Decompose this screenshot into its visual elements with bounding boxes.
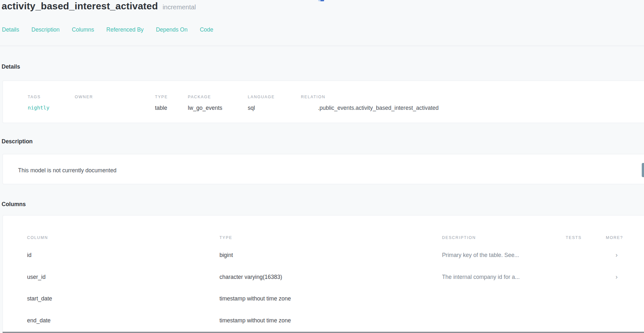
- cropped-right-edge-button[interactable]: [642, 163, 644, 177]
- nav-tab-depends-on[interactable]: Depends On: [156, 26, 187, 33]
- columns-section-heading: Columns: [2, 201, 26, 208]
- chevron-right-icon[interactable]: ›: [616, 252, 618, 258]
- tag-link[interactable]: nightly: [28, 105, 75, 111]
- field-owner: Owner: [75, 95, 155, 123]
- nav-tab-code[interactable]: Code: [200, 26, 213, 33]
- columns-card: Column Type Description Tests More? id b…: [3, 215, 644, 333]
- field-relation: Relation .public_events.activity_based_i…: [301, 95, 644, 123]
- details-section-heading: Details: [2, 63, 20, 70]
- field-language-label: Language: [248, 95, 301, 99]
- field-package: Package lw_go_events: [188, 95, 248, 123]
- field-owner-label: Owner: [75, 95, 155, 99]
- header-divider: [0, 46, 644, 46]
- cell-column-type: bigint: [219, 252, 442, 259]
- field-language: Language sql: [248, 95, 301, 123]
- model-title: activity_based_interest_activated: [2, 1, 158, 11]
- field-type-label: Type: [155, 95, 188, 99]
- cell-column-type: character varying(16383): [219, 274, 442, 281]
- chevron-right-icon[interactable]: ›: [616, 273, 618, 280]
- header-type: Type: [219, 235, 442, 240]
- columns-table-header: Column Type Description Tests More?: [3, 235, 641, 240]
- cell-column-name: id: [27, 252, 219, 259]
- nav-tab-columns[interactable]: Columns: [72, 26, 94, 33]
- field-tags: Tags nightly: [28, 95, 75, 123]
- field-relation-label: Relation: [301, 95, 644, 99]
- cell-column-type: timestamp without time zone: [219, 295, 442, 302]
- materialization-label: incremental: [163, 4, 196, 11]
- table-row[interactable]: end_date timestamp without time zone: [3, 317, 641, 324]
- details-card: Tags nightly Owner Type table Package lw…: [3, 81, 644, 123]
- field-tags-label: Tags: [28, 95, 75, 99]
- model-doc-page: activity_based_interest_activated increm…: [0, 0, 644, 333]
- section-nav: Details Description Columns Referenced B…: [2, 26, 213, 33]
- field-package-value: lw_go_events: [188, 105, 248, 111]
- field-type: Type table: [155, 95, 188, 123]
- table-row[interactable]: start_date timestamp without time zone: [3, 295, 641, 302]
- nav-tab-description[interactable]: Description: [32, 26, 60, 33]
- header-more: More?: [606, 235, 641, 240]
- field-language-value: sql: [248, 105, 301, 111]
- cell-column-name: user_id: [27, 274, 219, 281]
- header-description: Description: [442, 235, 566, 240]
- description-card: This model is not currently documented: [3, 154, 644, 184]
- description-section-heading: Description: [2, 138, 33, 145]
- page-header: activity_based_interest_activated increm…: [2, 1, 196, 12]
- cell-column-type: timestamp without time zone: [219, 317, 442, 324]
- cell-column-description: The internal company id for a...: [442, 274, 566, 281]
- description-text: This model is not currently documented: [18, 167, 644, 174]
- cell-column-description: Primary key of the table. See...: [442, 252, 566, 259]
- field-owner-value: [75, 105, 155, 111]
- nav-tab-details[interactable]: Details: [2, 26, 19, 33]
- bottom-edge-bar: [3, 332, 644, 333]
- table-row[interactable]: id bigint Primary key of the table. See.…: [3, 252, 641, 259]
- field-relation-value: .public_events.activity_based_interest_a…: [318, 105, 644, 111]
- cell-more: ›: [606, 273, 641, 281]
- header-tests: Tests: [566, 235, 606, 240]
- field-type-value: table: [155, 105, 188, 111]
- field-package-label: Package: [188, 95, 248, 99]
- cell-more: ›: [606, 252, 641, 259]
- cell-column-name: end_date: [27, 317, 219, 324]
- cell-column-name: start_date: [27, 295, 219, 302]
- cropped-top-artifact: [318, 0, 324, 1]
- nav-tab-referenced-by[interactable]: Referenced By: [106, 26, 144, 33]
- table-row[interactable]: user_id character varying(16383) The int…: [3, 273, 641, 281]
- header-column: Column: [27, 235, 219, 240]
